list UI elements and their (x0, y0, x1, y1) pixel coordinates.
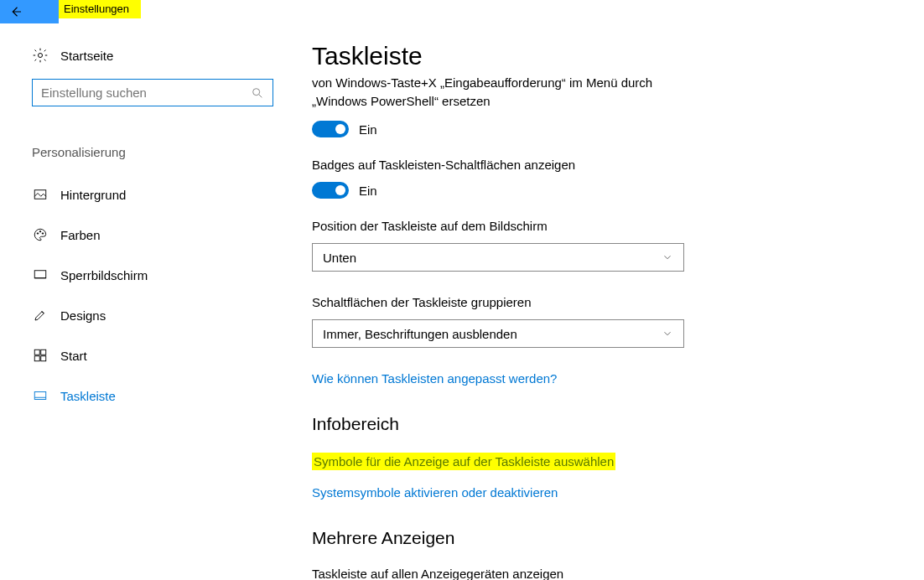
grouping-label: Schaltflächen der Taskleiste gruppieren (312, 295, 924, 309)
dropdown-value: Unten (323, 251, 356, 265)
sidebar-item-taskleiste[interactable]: Taskleiste (0, 375, 285, 416)
system-symbols-link[interactable]: Systemsymbole aktivieren oder deaktivier… (312, 485, 558, 500)
page-title: Taskleiste (312, 42, 924, 70)
infobereich-title: Infobereich (312, 414, 924, 434)
dropdown-value: Immer, Beschriftungen ausblenden (323, 327, 517, 341)
mehrere-anzeigen-title: Mehrere Anzeigen (312, 528, 924, 548)
search-icon (251, 86, 264, 100)
search-field[interactable] (41, 85, 244, 100)
sidebar-item-label: Farben (60, 228, 101, 242)
gear-icon (32, 47, 49, 64)
taskbar-icon (32, 387, 49, 404)
svg-point-3 (37, 233, 39, 235)
sidebar-item-label: Start (60, 349, 87, 363)
start-icon (32, 347, 49, 364)
svg-rect-8 (41, 350, 46, 355)
sidebar-item-sperrbildschirm[interactable]: Sperrbildschirm (0, 255, 285, 295)
powershell-option-text: von Windows-Taste+X „Eingabeaufforderung… (312, 74, 924, 111)
sidebar-home-label: Startseite (60, 49, 113, 63)
palette-icon (32, 226, 49, 243)
back-button[interactable] (0, 0, 59, 23)
sidebar-item-farben[interactable]: Farben (0, 215, 285, 255)
sidebar-item-label: Designs (60, 308, 106, 323)
svg-point-0 (39, 54, 43, 58)
sidebar-item-designs[interactable]: Designs (0, 295, 285, 335)
grouping-dropdown[interactable]: Immer, Beschriftungen ausblenden (312, 319, 684, 348)
svg-point-5 (42, 233, 44, 235)
customize-link[interactable]: Wie können Taskleisten angepasst werden? (312, 371, 557, 386)
svg-rect-9 (34, 356, 39, 361)
svg-rect-6 (34, 271, 46, 278)
search-input[interactable] (32, 79, 273, 106)
powershell-toggle[interactable] (312, 121, 349, 137)
svg-point-1 (253, 88, 260, 95)
svg-point-4 (39, 231, 41, 233)
chevron-down-icon (662, 328, 673, 339)
sidebar-item-label: Hintergrund (60, 188, 126, 202)
picture-icon (32, 186, 49, 203)
symbols-link[interactable]: Symbole für die Anzeige auf der Taskleis… (312, 453, 615, 470)
svg-rect-10 (41, 356, 46, 361)
toggle-state-label: Ein (359, 122, 377, 137)
brush-icon (32, 307, 49, 324)
toggle-state-label: Ein (359, 184, 377, 198)
svg-rect-11 (34, 392, 46, 400)
sidebar-home[interactable]: Startseite (32, 47, 285, 64)
svg-rect-7 (34, 350, 39, 355)
sidebar-category: Personalisierung (32, 145, 285, 159)
arrow-left-icon (8, 4, 23, 19)
sidebar-item-label: Taskleiste (60, 389, 116, 403)
badges-label: Badges auf Taskleisten-Schaltflächen anz… (312, 158, 924, 172)
sidebar-item-start[interactable]: Start (0, 335, 285, 375)
sidebar-item-label: Sperrbildschirm (60, 268, 148, 282)
badges-toggle[interactable] (312, 182, 349, 199)
chevron-down-icon (662, 251, 673, 263)
settings-title: Einstellungen (59, 0, 141, 18)
multi-display-label: Taskleiste auf allen Anzeigegeräten anze… (312, 567, 924, 580)
position-label: Position der Taskleiste auf dem Bildschi… (312, 219, 924, 233)
lockscreen-icon (32, 267, 49, 283)
position-dropdown[interactable]: Unten (312, 243, 684, 272)
sidebar-item-hintergrund[interactable]: Hintergrund (0, 174, 285, 215)
